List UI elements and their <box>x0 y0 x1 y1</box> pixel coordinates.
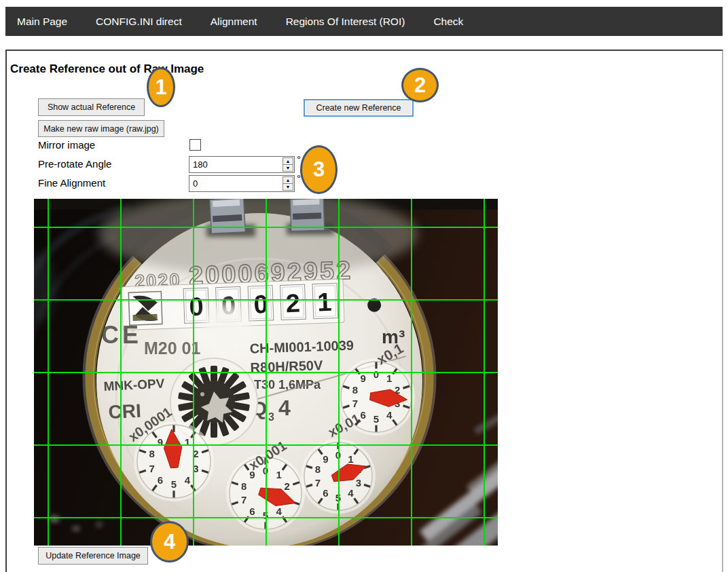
dial-numeral: 1 <box>386 373 392 384</box>
fine-alignment-label: Fine Alignment <box>38 177 105 189</box>
water-meter-photo: 2020 2000692952 0 0 0 <box>34 199 498 546</box>
callout-badge-1: 1 <box>147 67 175 107</box>
dial-numeral: 5 <box>171 478 177 490</box>
dial-numeral: 4 <box>348 487 354 499</box>
dial-numeral: 8 <box>352 384 358 396</box>
dial-numeral: 6 <box>323 487 328 499</box>
callout-badge-2: 2 <box>401 68 439 102</box>
nav-item-roi[interactable]: Regions Of Interest (ROI) <box>272 16 420 28</box>
prerotate-angle-label: Pre-rotate Angle <box>38 158 111 170</box>
create-new-reference-button[interactable]: Create new Reference <box>304 99 414 117</box>
make-new-raw-image-button[interactable]: Make new raw image (raw.jpg) <box>38 120 164 137</box>
top-nav-bar: Main Page CONFIG.INI direct Alignment Re… <box>5 7 723 36</box>
update-reference-image-button[interactable]: Update Reference Image <box>38 547 148 565</box>
dial-numeral: 1 <box>276 469 281 480</box>
counter-assembly: 0 0 0 2 1 <box>122 278 382 330</box>
dial-numeral: 7 <box>241 494 247 506</box>
fine-alignment-field: ▲ ▼ <box>189 175 295 192</box>
fine-spinner: ▲ ▼ <box>283 176 293 191</box>
nav-item-config-ini[interactable]: CONFIG.INI direct <box>81 16 196 28</box>
dial-numeral: 2 <box>285 480 290 492</box>
dial-numeral: 3 <box>356 477 361 489</box>
dial-numeral: 7 <box>315 477 321 489</box>
dial-numeral: 6 <box>249 506 255 517</box>
dial-numeral: 4 <box>386 409 393 421</box>
prerotate-angle-input[interactable] <box>189 156 295 173</box>
dial-numeral: 4 <box>185 474 191 486</box>
mirror-image-checkbox[interactable] <box>189 139 201 151</box>
fine-alignment-input[interactable] <box>189 175 295 192</box>
dial-numeral: 8 <box>241 480 247 492</box>
reference-panel: Create Reference out of Raw Image Show a… <box>5 50 723 572</box>
temp-pressure-label: T30 1,6MPa <box>254 378 321 392</box>
spinner-down-icon[interactable]: ▼ <box>283 165 293 172</box>
dial-numeral: 9 <box>158 436 163 448</box>
dial-numeral: 5 <box>374 413 379 425</box>
dial-numeral: 6 <box>158 474 163 486</box>
dial-numeral: 4 <box>276 506 282 517</box>
prerotate-angle-field: ▲ ▼ <box>189 156 295 173</box>
page-title: Create Reference out of Raw Image <box>10 62 204 76</box>
dial-numeral: 7 <box>149 463 154 474</box>
dial-numeral: 7 <box>352 398 358 409</box>
counter-digit: 0 <box>189 292 204 321</box>
counter-digit: 2 <box>285 288 301 318</box>
dial-numeral: 6 <box>361 409 366 421</box>
brand-label-2: CRI <box>108 400 142 423</box>
callout-badge-4: 4 <box>150 521 189 563</box>
nav-item-main-page[interactable]: Main Page <box>5 16 81 28</box>
q-subscript: 3 <box>268 411 274 423</box>
q-value: 4 <box>278 396 291 420</box>
dial-numeral: 1 <box>348 453 353 465</box>
reference-image: 2020 2000692952 0 0 0 <box>34 199 498 546</box>
nav-item-alignment[interactable]: Alignment <box>196 16 272 28</box>
dial-numeral: 0 <box>374 368 379 380</box>
glass-reflection <box>202 302 251 364</box>
dial-numeral: 8 <box>315 463 321 475</box>
spinner-up-icon[interactable]: ▲ <box>283 176 293 184</box>
mirror-image-label: Mirror image <box>38 139 95 151</box>
spinner-down-icon[interactable]: ▼ <box>283 184 293 191</box>
dial-numeral: 9 <box>323 453 328 465</box>
spinner-up-icon[interactable]: ▲ <box>283 157 293 165</box>
ce-mark: CE <box>101 321 142 349</box>
show-actual-reference-button[interactable]: Show actual Reference <box>38 98 145 116</box>
dial-numeral: 9 <box>361 373 366 384</box>
callout-badge-3: 3 <box>300 145 338 194</box>
prerotate-spinner: ▲ ▼ <box>283 157 293 172</box>
dial-numeral: 1 <box>185 436 190 448</box>
nav-item-check[interactable]: Check <box>419 16 477 28</box>
dial-numeral: 8 <box>149 448 154 459</box>
approval-code: M20 01 <box>144 339 200 358</box>
counter-digit: 1 <box>317 288 333 317</box>
